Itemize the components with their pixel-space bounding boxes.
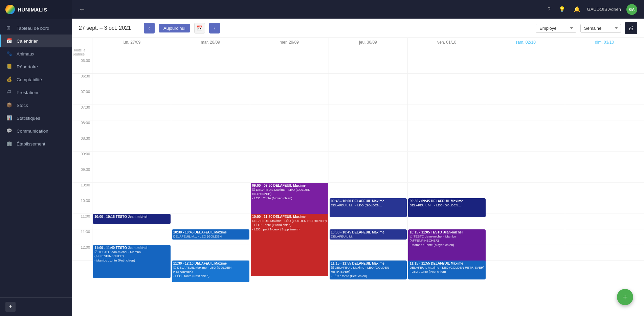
- time-cell-1130-day6[interactable]: [565, 229, 644, 245]
- time-cell-1100-day1[interactable]: [171, 214, 250, 229]
- time-cell-0630-day5[interactable]: [486, 74, 565, 89]
- event-e7[interactable]: 09:45 - 10:00 DELAFEUIL MaximeDELAFEUIL …: [330, 198, 407, 217]
- back-button[interactable]: ←: [79, 5, 86, 13]
- time-cell-1200-day5[interactable]: [486, 245, 565, 260]
- time-cell-0700-day2[interactable]: [250, 89, 329, 105]
- time-cell-0830-day6[interactable]: [565, 136, 644, 151]
- time-cell-0930-day3[interactable]: [329, 167, 408, 182]
- event-e4[interactable]: 11:30 - 12:10 DELAFEUIL Maxime☑ DELAFEUI…: [172, 261, 249, 282]
- time-cell-0600-day2[interactable]: [250, 58, 329, 73]
- time-cell-0730-day6[interactable]: [565, 105, 644, 120]
- time-cell-1200-day1[interactable]: [171, 245, 250, 260]
- print-button[interactable]: 🖨: [625, 22, 637, 34]
- time-cell-1030-day6[interactable]: [565, 198, 644, 213]
- time-cell-0700-day4[interactable]: [407, 89, 486, 105]
- help-button[interactable]: ?: [546, 5, 552, 14]
- time-cell-0830-day4[interactable]: [407, 136, 486, 151]
- time-cell-0830-day2[interactable]: [250, 136, 329, 151]
- time-cell-0700-day5[interactable]: [486, 89, 565, 105]
- time-cell-1030-day0[interactable]: [92, 198, 171, 213]
- time-cell-1000-day1[interactable]: [171, 183, 250, 198]
- time-cell-0900-day1[interactable]: [171, 152, 250, 167]
- time-cell-1200-day3[interactable]: [329, 245, 408, 260]
- time-cell-0600-day5[interactable]: [486, 58, 565, 73]
- time-cell-1000-day5[interactable]: [486, 183, 565, 198]
- prev-button[interactable]: ‹: [144, 23, 155, 33]
- time-cell-0800-day5[interactable]: [486, 120, 565, 136]
- time-cell-0900-day2[interactable]: [250, 152, 329, 167]
- time-cell-0900-day6[interactable]: [565, 152, 644, 167]
- event-e10[interactable]: 09:30 - 09:45 DELAFEUIL MaximeDELAFEUIL …: [408, 198, 486, 217]
- sidebar-add-button[interactable]: +: [5, 302, 16, 312]
- time-cell-1000-day0[interactable]: [92, 183, 171, 198]
- event-e8[interactable]: 10:30 - 10:45 DELAFEUIL MaximeDELAFEUIL …: [330, 229, 407, 240]
- time-cell-0800-day0[interactable]: [92, 120, 171, 136]
- event-e12[interactable]: 11:15 - 11:55 DELAFEUIL MaximeDELAFEUIL …: [408, 261, 486, 279]
- time-cell-0630-day6[interactable]: [565, 74, 644, 89]
- time-cell-0900-day5[interactable]: [486, 152, 565, 167]
- time-cell-0900-day0[interactable]: [92, 152, 171, 167]
- time-cell-0930-day1[interactable]: [171, 167, 250, 182]
- time-cell-0600-day0[interactable]: [92, 58, 171, 73]
- time-cell-0830-day1[interactable]: [171, 136, 250, 151]
- sidebar-item-animaux[interactable]: 🐾 Animaux: [0, 47, 72, 60]
- time-cell-1130-day5[interactable]: [486, 229, 565, 245]
- employee-select[interactable]: Employé: [536, 24, 576, 33]
- time-cell-0630-day4[interactable]: [407, 74, 486, 89]
- time-cell-0930-day5[interactable]: [486, 167, 565, 182]
- time-cell-0600-day1[interactable]: [171, 58, 250, 73]
- time-cell-0600-day4[interactable]: [407, 58, 486, 73]
- time-cell-0900-day4[interactable]: [407, 152, 486, 167]
- time-cell-1000-day4[interactable]: [407, 183, 486, 198]
- time-cell-1030-day5[interactable]: [486, 198, 565, 213]
- event-e3[interactable]: 10:30 - 10:45 DELAFEUIL MaximeDELAFEUIL …: [172, 229, 249, 240]
- time-cell-0930-day0[interactable]: [92, 167, 171, 182]
- sidebar-item-etablissement[interactable]: 🏢 Établissement: [0, 137, 72, 150]
- time-cell-1100-day5[interactable]: [486, 214, 565, 229]
- time-cell-1000-day6[interactable]: [565, 183, 644, 198]
- time-cell-0930-day2[interactable]: [250, 167, 329, 182]
- event-e9[interactable]: 11:15 - 11:55 DELAFEUIL Maxime☑ DELAFEUI…: [330, 261, 407, 279]
- time-cell-1000-day3[interactable]: [329, 183, 408, 198]
- time-cell-1030-day1[interactable]: [171, 198, 250, 213]
- time-cell-0800-day1[interactable]: [171, 120, 250, 136]
- time-cell-0700-day1[interactable]: [171, 89, 250, 105]
- sidebar-item-repertoire[interactable]: 📒 Répertoire: [0, 60, 72, 73]
- time-cell-0800-day2[interactable]: [250, 120, 329, 136]
- sidebar-item-stock[interactable]: 📦 Stock: [0, 99, 72, 112]
- time-cell-0730-day4[interactable]: [407, 105, 486, 120]
- time-cell-0730-day0[interactable]: [92, 105, 171, 120]
- time-cell-0700-day6[interactable]: [565, 89, 644, 105]
- event-e1[interactable]: 10:00 - 10:15 TESTO Jean-michel: [93, 214, 171, 224]
- time-cell-0600-day3[interactable]: [329, 58, 408, 73]
- time-cell-0600-day6[interactable]: [565, 58, 644, 73]
- bell-button[interactable]: 🔔: [572, 5, 582, 14]
- fab-add-button[interactable]: +: [617, 289, 633, 305]
- time-cell-0630-day1[interactable]: [171, 74, 250, 89]
- next-button[interactable]: ›: [209, 23, 220, 33]
- time-cell-0800-day4[interactable]: [407, 120, 486, 136]
- today-button[interactable]: Aujourd'hui: [159, 24, 190, 32]
- time-cell-0630-day2[interactable]: [250, 74, 329, 89]
- time-cell-0630-day3[interactable]: [329, 74, 408, 89]
- sidebar-item-tableau-de-bord[interactable]: ⊞ Tableau de bord: [0, 22, 72, 35]
- time-cell-0700-day0[interactable]: [92, 89, 171, 105]
- view-select[interactable]: Semaine Jour Mois: [580, 24, 621, 33]
- time-cell-0700-day3[interactable]: [329, 89, 408, 105]
- time-cell-0900-day3[interactable]: [329, 152, 408, 167]
- time-cell-0730-day1[interactable]: [171, 105, 250, 120]
- time-cell-0730-day2[interactable]: [250, 105, 329, 120]
- sidebar-item-communication[interactable]: 💬 Communication: [0, 125, 72, 137]
- event-e2[interactable]: 11:00 - 11:40 TESTO Jean-michel☑ TESTO J…: [93, 245, 171, 278]
- time-cell-0830-day5[interactable]: [486, 136, 565, 151]
- time-cell-0730-day3[interactable]: [329, 105, 408, 120]
- time-cell-0830-day3[interactable]: [329, 136, 408, 151]
- time-cell-0630-day0[interactable]: [92, 74, 171, 89]
- time-cell-0830-day0[interactable]: [92, 136, 171, 151]
- time-cell-1200-day6[interactable]: [565, 245, 644, 260]
- time-cell-0730-day5[interactable]: [486, 105, 565, 120]
- sidebar-item-prestations[interactable]: 🏷 Prestations: [0, 86, 72, 99]
- time-cell-1130-day0[interactable]: [92, 229, 171, 245]
- sidebar-item-calendrier[interactable]: 📅 Calendrier: [0, 35, 72, 47]
- lightbulb-button[interactable]: 💡: [557, 5, 567, 14]
